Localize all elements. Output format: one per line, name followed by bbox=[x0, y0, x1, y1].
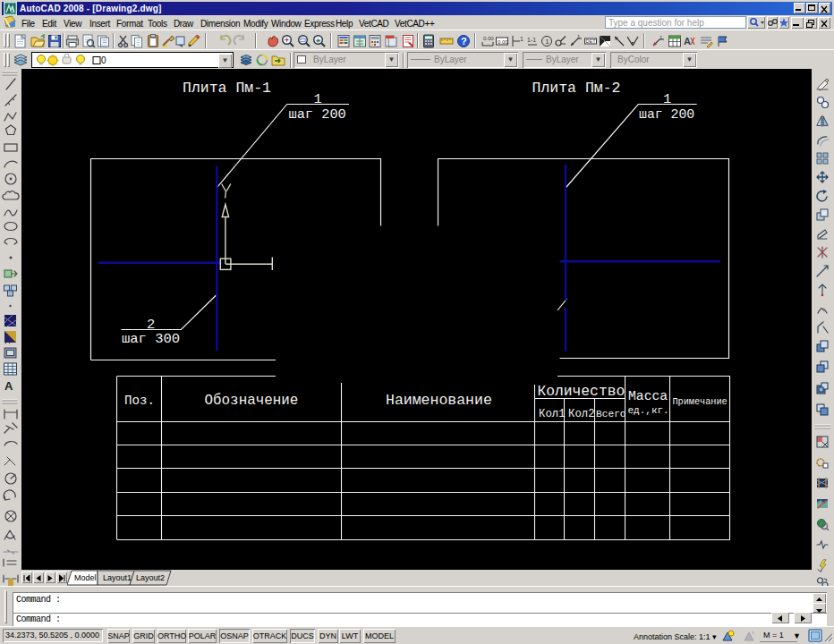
svg-text:0.00: 0.00 bbox=[483, 36, 494, 41]
svg-text:Поз.: Поз. bbox=[124, 394, 155, 408]
svg-text:0.00: 0.00 bbox=[498, 39, 508, 45]
svg-text:?: ? bbox=[461, 36, 467, 47]
svg-text:Плита Пм-2: Плита Пм-2 bbox=[532, 80, 621, 97]
svg-text:1: 1 bbox=[663, 91, 671, 107]
svg-text:Наименование: Наименование bbox=[386, 392, 492, 409]
svg-text:ед.,кг.: ед.,кг. bbox=[628, 405, 669, 416]
svg-text:Layout2: Layout2 bbox=[136, 573, 165, 582]
svg-text:A: A bbox=[4, 379, 13, 393]
svg-text:Примечание: Примечание bbox=[673, 397, 728, 407]
svg-text:Кол2: Кол2 bbox=[568, 408, 595, 420]
svg-text:1-1: 1-1 bbox=[527, 37, 536, 43]
svg-text:Кол1: Кол1 bbox=[539, 408, 566, 420]
svg-text:1: 1 bbox=[314, 91, 322, 107]
svg-text:Обозначение: Обозначение bbox=[205, 393, 299, 409]
svg-text:шаг 200: шаг 200 bbox=[639, 107, 694, 122]
svg-text:Масса: Масса bbox=[628, 389, 668, 403]
svg-text:DET: DET bbox=[586, 38, 597, 44]
svg-text:Плита Пм-1: Плита Пм-1 bbox=[183, 80, 271, 97]
svg-text:Всего: Всего bbox=[596, 409, 626, 419]
svg-text:Model: Model bbox=[74, 573, 97, 582]
svg-text:Layout1: Layout1 bbox=[103, 573, 132, 582]
svg-text:1: 1 bbox=[545, 38, 549, 46]
svg-text:Количество: Количество bbox=[538, 383, 626, 400]
svg-text:1: 1 bbox=[520, 36, 523, 42]
svg-text:шаг 200: шаг 200 bbox=[289, 106, 346, 123]
svg-text:шаг 300: шаг 300 bbox=[122, 331, 180, 347]
svg-text:A: A bbox=[684, 36, 691, 47]
